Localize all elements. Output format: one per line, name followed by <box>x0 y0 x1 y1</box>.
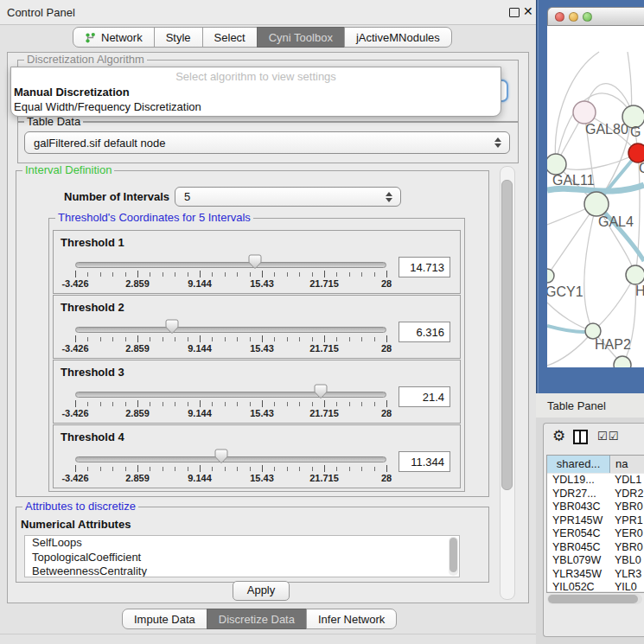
slider-thumb[interactable] <box>214 449 228 463</box>
slider-thumb[interactable] <box>314 384 328 399</box>
column-header-shared-name[interactable]: shared... <box>547 456 610 473</box>
tick-label: 9.144 <box>188 278 212 289</box>
close-traffic-light-icon[interactable] <box>555 12 564 22</box>
tick-label: -3.426 <box>61 473 88 483</box>
tick-label: 15.43 <box>250 343 274 354</box>
network-node[interactable] <box>628 143 644 163</box>
slider-major-ticks <box>75 271 386 277</box>
slider-track[interactable] <box>75 327 386 333</box>
table-row[interactable]: YER054CYER0 <box>547 527 644 541</box>
slider-major-ticks <box>75 335 386 342</box>
attribute-item[interactable]: SelfLoops <box>25 536 459 551</box>
slider-major-ticks <box>75 400 386 407</box>
tick-label: 9.144 <box>188 473 212 483</box>
threshold-2-panel: Threshold 2 -3.4262.8599.14415.4321.7152… <box>53 295 461 359</box>
table-hscrollbar-thumb[interactable] <box>548 595 638 603</box>
algorithm-dropdown-popup: Select algorithm to view settings Manual… <box>10 67 501 117</box>
threshold-3-panel: Threshold 3 -3.4262.8599.14415.4321.7152… <box>53 360 461 424</box>
tab-label: Discretize Data <box>219 613 295 626</box>
tab-jactivemnodules[interactable]: jActiveMNodules <box>344 27 452 48</box>
apply-button[interactable]: Apply <box>233 581 290 601</box>
interval-definition-label: Interval Definition <box>22 164 114 175</box>
table-row[interactable]: YDR27...YDR2 <box>547 488 644 501</box>
column-header-name[interactable]: na <box>611 456 644 473</box>
tick-label: 21.715 <box>309 343 339 354</box>
threshold-value-field[interactable]: 21.4 <box>399 386 450 407</box>
slider-thumb[interactable] <box>248 254 262 269</box>
table-row[interactable]: YPR145WYPR1 <box>547 514 644 528</box>
close-icon[interactable]: ✕ <box>523 4 533 18</box>
tab-style[interactable]: Style <box>154 27 203 48</box>
network-icon <box>85 32 96 43</box>
tab-impute-data[interactable]: Impute Data <box>122 609 207 629</box>
tick-label: 21.715 <box>309 473 339 483</box>
gear-icon[interactable]: ⚙ <box>552 427 565 445</box>
tab-label: Impute Data <box>134 613 195 626</box>
select-columns-icon[interactable]: ☑☑ <box>597 430 619 443</box>
tick-label: 9.144 <box>188 343 212 354</box>
tab-label: jActiveMNodules <box>356 31 440 44</box>
network-node[interactable] <box>547 154 566 175</box>
attribute-item[interactable]: TopologicalCoefficient <box>25 551 459 565</box>
network-node[interactable] <box>614 356 631 367</box>
tab-select[interactable]: Select <box>202 27 258 48</box>
minimize-traffic-light-icon[interactable] <box>569 12 578 22</box>
slider-track[interactable] <box>75 262 386 268</box>
panel-scrollbar-thumb[interactable] <box>501 180 513 490</box>
table-row[interactable]: YLR345WYLR3 <box>547 568 644 582</box>
attribute-item[interactable]: BetweennessCentrality <box>25 564 459 577</box>
control-panel-title: Control Panel <box>7 6 75 19</box>
tick-label: 28 <box>381 278 392 289</box>
column-layout-icon[interactable] <box>573 430 588 444</box>
threshold-label: Threshold 1 <box>61 236 124 249</box>
table-data-group-label: Table Data <box>24 116 83 127</box>
threshold-value-field[interactable]: 14.713 <box>399 257 450 277</box>
network-node[interactable] <box>584 192 609 216</box>
tick-label: 21.715 <box>309 278 339 289</box>
float-panel-icon[interactable] <box>509 8 520 17</box>
network-node[interactable] <box>547 269 554 283</box>
network-canvas[interactable]: GAL80GCGAL11GAL4HGCY1HAP2 <box>547 26 644 367</box>
table-row[interactable]: YDL19...YDL1 <box>547 474 644 488</box>
algorithm-group-label: Discretization Algorithm <box>24 54 147 65</box>
node-label: GAL11 <box>552 173 595 188</box>
zoom-traffic-light-icon[interactable] <box>583 12 592 22</box>
tick-label: 9.144 <box>188 408 212 418</box>
dropdown-hint: Select algorithm to view settings <box>11 70 501 83</box>
node-label: HAP2 <box>595 337 631 352</box>
tab-infer-network[interactable]: Infer Network <box>306 609 397 629</box>
num-intervals-select[interactable]: 5 <box>175 187 401 207</box>
table-row[interactable]: YBR045CYBR0 <box>547 541 644 555</box>
tick-label: 28 <box>381 473 392 483</box>
attributes-scrollbar-thumb[interactable] <box>450 538 457 572</box>
node-label: GAL4 <box>598 214 634 229</box>
network-node[interactable] <box>573 101 596 124</box>
table-data-selected-value: galFiltered.sif default node <box>34 137 165 150</box>
tab-discretize-data[interactable]: Discretize Data <box>207 609 307 629</box>
dropdown-option-equal-width-frequency[interactable]: Equal Width/Frequency Discretization <box>14 100 201 113</box>
threshold-value-field[interactable]: 11.344 <box>399 451 450 472</box>
slider-thumb[interactable] <box>165 319 179 334</box>
table-row[interactable]: YBL079WYBL0 <box>547 554 644 568</box>
tab-cyni-toolbox[interactable]: Cyni Toolbox <box>257 27 345 48</box>
table-row[interactable]: YIL052CYIL0 <box>547 581 644 591</box>
numerical-attributes-label: Numerical Attributes <box>21 518 131 531</box>
table-row[interactable]: YBR043CYBR0 <box>547 501 644 514</box>
bottom-divider <box>0 634 536 634</box>
cyni-bottom-tabs: Impute Data Discretize Data Infer Networ… <box>122 609 397 629</box>
slider-track[interactable] <box>75 456 386 462</box>
desktop-highlight <box>538 0 539 393</box>
slider-tick-labels: -3.4262.8599.14415.4321.71528 <box>75 278 386 289</box>
tab-network[interactable]: Network <box>73 27 155 48</box>
control-panel-titlebar <box>0 0 536 25</box>
network-node[interactable] <box>626 265 644 284</box>
dropdown-option-manual-discretization[interactable]: Manual Discretization <box>14 86 130 99</box>
slider-track[interactable] <box>75 392 386 398</box>
thresholds-group-label: Threshold's Coordinates for 5 Intervals <box>55 212 253 223</box>
attributes-list[interactable]: SelfLoopsTopologicalCoefficientBetweenne… <box>24 535 460 577</box>
threshold-value-field[interactable]: 6.316 <box>399 322 450 342</box>
network-window-titlebar[interactable] <box>547 7 644 26</box>
control-panel-tabs: Network Style Select Cyni Toolbox jActiv… <box>73 27 452 48</box>
table-data-select[interactable]: galFiltered.sif default node <box>24 131 510 154</box>
combo-arrows-icon <box>494 137 501 148</box>
